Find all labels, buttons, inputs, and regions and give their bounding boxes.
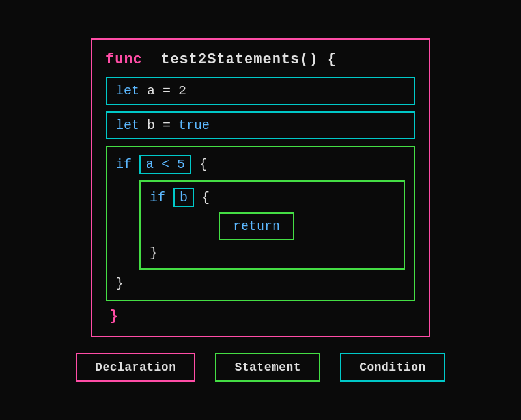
main-container: func test2Statements() { let a = 2 let b…	[76, 38, 445, 382]
func-close-brace: }	[106, 308, 415, 324]
legend-row: Declaration Statement Condition	[76, 353, 445, 382]
outer-if-keyword: if	[116, 157, 132, 172]
decl-box-b: let b = true	[106, 111, 415, 139]
eq-b: =	[163, 118, 178, 133]
inner-if-line: if b {	[150, 188, 395, 207]
return-keyword: return	[233, 219, 280, 234]
func-box: func test2Statements() { let a = 2 let b…	[91, 38, 430, 337]
inner-stmt-box: if b { return }	[139, 180, 405, 270]
decl-box-a: let a = 2	[106, 77, 415, 105]
outer-stmt-box: if a < 5 { if b {	[106, 146, 415, 301]
code-area: func test2Statements() { let a = 2 let b…	[91, 38, 430, 337]
let-keyword-a: let	[116, 83, 139, 98]
outer-if-close-brace: }	[116, 276, 405, 291]
inner-close-brace: }	[150, 245, 395, 260]
return-row: return	[173, 212, 395, 245]
outer-if-line: if a < 5 {	[116, 155, 405, 174]
legend-statement: Statement	[215, 353, 320, 382]
inner-if-keyword: if	[150, 190, 165, 205]
let-keyword-b: let	[116, 118, 139, 133]
func-header: func test2Statements() {	[106, 51, 415, 68]
eq-a: =	[163, 83, 178, 98]
var-a: a	[147, 83, 155, 98]
func-name: test2Statements() {	[152, 51, 337, 68]
outer-condition: a < 5	[139, 155, 191, 174]
func-keyword: func	[106, 51, 143, 68]
legend-condition: Condition	[340, 353, 445, 382]
val-a: 2	[178, 83, 186, 98]
return-box: return	[219, 212, 294, 240]
inner-condition: b	[173, 188, 194, 207]
val-b: true	[178, 118, 210, 133]
var-b: b	[147, 118, 155, 133]
legend-declaration: Declaration	[76, 353, 195, 382]
